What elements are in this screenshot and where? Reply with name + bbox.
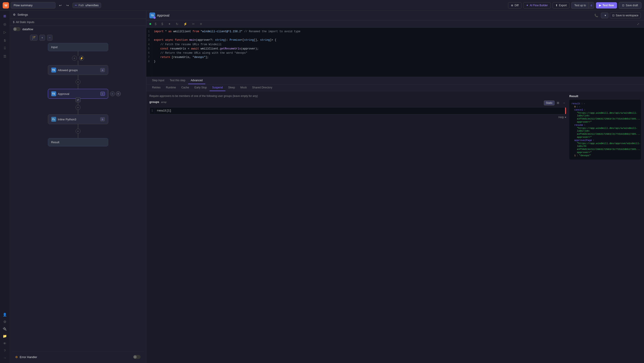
add-action-btn[interactable]: + <box>110 91 115 96</box>
result-title: Result <box>569 95 641 98</box>
add-node-1[interactable]: + <box>72 56 77 61</box>
redo-button[interactable]: ↪ <box>64 2 71 9</box>
approval-badge: c <box>100 92 105 96</box>
result-line-1: 1 : "devops" <box>574 154 639 157</box>
dollar-icon-btn[interactable]: $ <box>154 21 158 27</box>
refresh-icon-btn[interactable]: ↻ <box>174 21 180 27</box>
result-content: result : - 0 : - cancel : "https://app <box>569 100 641 160</box>
result-panel: Result result : - 0 : - cancel : <box>569 95 641 360</box>
code-editor[interactable]: 1 2 3 4 5 6 7 8 import * as wmillClient … <box>146 28 644 77</box>
star-icon-btn[interactable]: ✦ <box>167 21 172 27</box>
zoom-out-button[interactable]: − <box>47 35 53 41</box>
tab-step-input[interactable]: Step Input <box>149 77 167 84</box>
all-static-inputs[interactable]: $ All Static Inputs <box>10 19 146 26</box>
result-line-approval-page: approvalPage : <box>574 139 639 142</box>
result-cancel-approver: approver=" <box>577 121 639 123</box>
export-button[interactable]: ⬆ Export <box>552 2 570 9</box>
sidebar-icon-settings[interactable]: ⚙ <box>1 318 8 325</box>
add-node-2[interactable]: + <box>76 80 80 84</box>
python-icon: Py <box>51 117 56 122</box>
sidebar-icon-plugins[interactable]: 🔌 <box>1 325 8 332</box>
subtab-sleep[interactable]: Sleep <box>226 84 238 91</box>
result-line-result: result : - <box>572 102 639 105</box>
subtab-shared-dir[interactable]: Shared Directory <box>250 84 275 91</box>
groups-label-area: groups array <box>149 100 166 104</box>
lightning-icon-btn[interactable]: ⚡ <box>182 21 188 27</box>
scissors-icon-btn[interactable]: ✂ <box>191 21 196 27</box>
subtab-mock[interactable]: Mock <box>238 84 250 91</box>
sidebar-icon-dollar[interactable]: $ <box>1 37 8 44</box>
flow-panel: ⚙ Settings $ All Static Inputs dataflow … <box>10 11 146 363</box>
arrow-right-icon-btn[interactable]: → <box>562 101 566 105</box>
dollar2-icon-btn[interactable]: $ <box>160 21 164 27</box>
result-node[interactable]: Result <box>48 138 108 146</box>
sidebar-icon-play[interactable]: ▷ <box>1 29 8 36</box>
main-layout: ⊞ ◎ ▷ $ ⠿ ☰ 👤 ⚙ 🔌 📁 👁 ? → ⚙ Settings $ A… <box>0 11 644 363</box>
test-flow-label: Test flow <box>602 4 614 7</box>
code-content[interactable]: import * as wmillClient from "windmill-c… <box>152 28 644 77</box>
asterisk-icon-btn[interactable]: ✳ <box>198 21 204 27</box>
right-panel: TS 📞 ▾ ⊡ Save to workspace $ <box>146 11 644 363</box>
zoom-in-button[interactable]: + <box>39 35 45 41</box>
add-node-4[interactable]: + <box>76 129 80 134</box>
save-draft-label: Save draft <box>626 4 638 7</box>
logo: W <box>3 2 9 9</box>
wand-button[interactable]: 🪄 <box>30 35 38 41</box>
suspend-description: Require approvers to be members of one o… <box>149 95 566 98</box>
code-input-field[interactable] <box>155 107 565 114</box>
sidebar-icon-help[interactable]: ? <box>1 347 8 354</box>
subtab-suspend[interactable]: Suspend <box>210 84 226 91</box>
save-draft-button[interactable]: ⊡ Save draft <box>619 2 641 9</box>
ai-flow-builder-button[interactable]: ✦ AI Flow Builder <box>523 2 551 9</box>
flow-title-input[interactable] <box>11 2 56 9</box>
allowed-groups-node[interactable]: TS Allowed groups a <box>48 65 108 75</box>
error-handler-label: Error Handler <box>20 355 37 359</box>
flow-nodes: Input + ⚡ TS Allowed groups a <box>12 43 144 351</box>
parallel-icon[interactable]: ⇄ <box>76 97 80 102</box>
approval-label: Approval <box>58 92 99 96</box>
sidebar-icon-search[interactable]: ◎ <box>1 21 8 28</box>
sidebar-icon-apps[interactable]: ⠿ <box>1 45 8 52</box>
path-badge[interactable]: ✏ Path u/henri/bes <box>72 3 101 8</box>
subtab-retries[interactable]: Retries <box>149 84 163 91</box>
step-title-input[interactable] <box>157 14 591 17</box>
sidebar-icon-home[interactable]: ⊞ <box>1 13 8 20</box>
sidebar-icon-folder[interactable]: 📁 <box>1 332 8 340</box>
subtab-early-stop[interactable]: Early Stop <box>192 84 209 91</box>
help-button[interactable]: Help ▾ <box>558 116 566 119</box>
sidebar-icon-eye[interactable]: 👁 <box>1 340 8 347</box>
undo-button[interactable]: ↩ <box>57 2 64 9</box>
inline-python-badge: b <box>100 117 105 121</box>
play-icon: ▶ <box>599 4 601 7</box>
result-node-label: Result <box>51 141 60 144</box>
expand-icon-btn[interactable]: ⤢ <box>636 21 641 27</box>
test-flow-button[interactable]: ▶ Test flow <box>596 2 617 9</box>
error-handler[interactable]: ⚙ Error Handler <box>12 351 144 361</box>
error-handler-toggle[interactable] <box>133 355 141 359</box>
add-node-3[interactable]: + <box>76 105 80 110</box>
static-badge[interactable]: Static <box>544 101 554 105</box>
settings-header: ⚙ Settings <box>10 11 146 19</box>
test-upto-button[interactable]: Test up to <box>571 2 588 9</box>
phone-icon-btn[interactable]: 📞 <box>593 13 600 18</box>
save-workspace-button[interactable]: ⊡ Save to workspace <box>610 13 641 18</box>
inline-python-node[interactable]: Py Inline Python3 b <box>48 114 108 124</box>
connect-icon-btn[interactable]: ⊞ <box>556 101 560 105</box>
sidebar-icon-list[interactable]: ☰ <box>1 53 8 60</box>
input-node[interactable]: Input <box>48 43 108 51</box>
subtab-cache[interactable]: Cache <box>179 84 192 91</box>
sidebar-icon-users[interactable]: 👤 <box>1 311 8 318</box>
sidebar-icon-arrow[interactable]: → <box>1 354 8 361</box>
tab-test-step[interactable]: Test this step <box>167 77 188 84</box>
dataflow-toggle[interactable] <box>13 27 20 31</box>
diff-button[interactable]: ⊕ Diff <box>508 2 522 9</box>
subtab-runtime[interactable]: Runtime <box>163 84 179 91</box>
tab-advanced[interactable]: Advanced <box>188 77 205 84</box>
code-input-area[interactable]: 1 <box>149 107 566 114</box>
dropdown-select[interactable]: ▾ <box>601 13 608 18</box>
parallel-1[interactable]: ⚡ <box>79 56 84 61</box>
suspend-panel: Require approvers to be members of one o… <box>146 91 644 363</box>
result-approval-url1: "https://app.windmill.dev/approve/windmi… <box>577 142 639 148</box>
delete-action-btn[interactable]: ✕ <box>116 91 121 96</box>
groups-type: array <box>161 101 166 103</box>
